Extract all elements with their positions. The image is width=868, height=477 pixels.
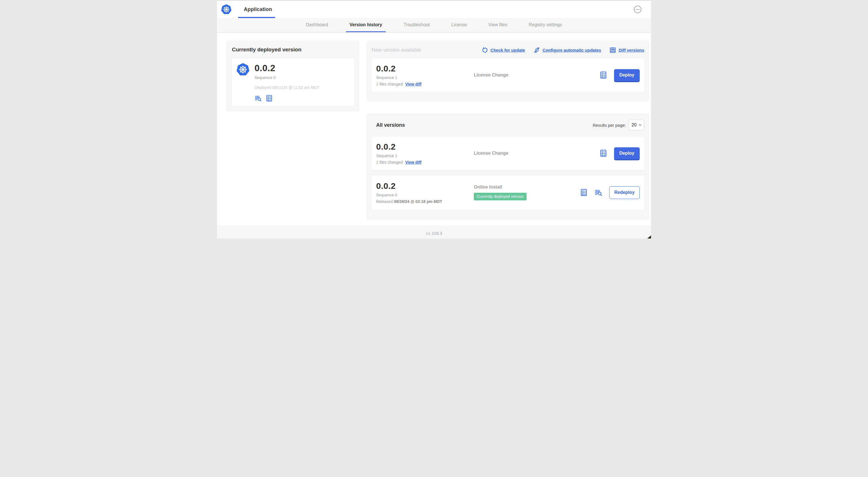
released-timestamp: Released 08/29/24 @ 03:18 pm MDT	[376, 199, 473, 204]
results-per-page: Results per page: 20	[593, 120, 644, 130]
version-info: 0.0.2 Sequence 0 Released 08/29/24 @ 03:…	[376, 181, 473, 204]
tab-version-history[interactable]: Version history	[346, 18, 386, 32]
current-version-info: 0.0.2 Sequence 0 Deployed 09/11/24 @ 11:…	[254, 62, 319, 102]
tab-view-files[interactable]: View files	[485, 18, 511, 32]
version-source-label: License Change	[474, 151, 508, 155]
results-per-page-select[interactable]: 20	[628, 120, 644, 130]
deploy-button[interactable]: Deploy	[614, 147, 640, 159]
version-row: 0.0.2 Sequence 0 Released 08/29/24 @ 03:…	[372, 176, 644, 209]
new-version-section: New version available Check for update	[367, 40, 649, 101]
redeploy-button[interactable]: Redeploy	[609, 186, 640, 199]
sequence-label: Sequence 0	[376, 193, 473, 197]
version-info: 0.0.2 Sequence 1 1 files changed View di…	[376, 64, 473, 87]
update-actions: Check for update Configure automatic upd…	[482, 47, 644, 53]
console-version: v1.109.3	[426, 231, 442, 239]
kubernetes-logo-icon	[236, 62, 250, 77]
sequence-label: Sequence 1	[376, 153, 473, 158]
kubernetes-logo-icon	[221, 4, 232, 15]
version-source-label: Online Install	[474, 185, 502, 189]
preflight-checks-icon[interactable]	[580, 188, 588, 197]
diff-icon	[610, 47, 616, 53]
deployed-timestamp: Deployed 09/11/24 @ 11:02 am MDT	[254, 85, 319, 90]
page-footer: v1.109.3	[217, 225, 651, 239]
refresh-icon	[482, 47, 488, 53]
diff-versions-link[interactable]: Diff versions	[610, 47, 644, 53]
app-tab[interactable]: Application	[217, 1, 272, 18]
files-changed: 1 files changed View diff	[376, 82, 473, 86]
tab-registry-settings[interactable]: Registry settings	[525, 18, 565, 32]
check-for-update-link[interactable]: Check for update	[482, 47, 525, 53]
app-header: Application	[217, 1, 651, 18]
deploy-button[interactable]: Deploy	[614, 69, 640, 81]
left-column: Currently deployed version 0.0.2 Sequenc…	[226, 40, 360, 112]
chevron-down-icon	[639, 124, 642, 126]
kots-admin-console: Application Dashboard Version history Tr…	[217, 0, 651, 239]
tab-license[interactable]: License	[447, 18, 470, 32]
view-diff-link[interactable]: View diff	[405, 82, 421, 86]
version-status: License Change	[473, 72, 599, 78]
app-title: Application	[244, 6, 272, 12]
row-actions: Redeploy	[580, 186, 640, 199]
currently-deployed-badge: Currently deployed version	[474, 193, 527, 200]
version-status: License Change	[473, 151, 599, 156]
new-version-header: New version available Check for update	[372, 46, 644, 55]
all-versions-title: All versions	[372, 122, 405, 128]
more-options-button[interactable]	[634, 6, 642, 13]
schedule-update-icon	[534, 47, 540, 53]
new-version-title: New version available	[372, 47, 421, 53]
version-number: 0.0.2	[254, 63, 319, 73]
version-row: 0.0.2 Sequence 1 1 files changed View di…	[372, 137, 644, 170]
version-number: 0.0.2	[376, 142, 473, 152]
all-versions-header: All versions Results per page: 20	[372, 120, 644, 130]
view-diff-link[interactable]: View diff	[405, 160, 421, 165]
sequence-label: Sequence 1	[376, 76, 473, 80]
currently-deployed-title: Currently deployed version	[232, 47, 354, 53]
version-info: 0.0.2 Sequence 1 1 files changed View di…	[376, 142, 473, 165]
view-logs-icon[interactable]	[254, 94, 262, 102]
currently-deployed-card: Currently deployed version 0.0.2 Sequenc…	[226, 40, 360, 112]
files-changed: 1 files changed View diff	[376, 160, 473, 165]
row-actions: Deploy	[599, 69, 640, 81]
preflight-checks-icon[interactable]	[266, 94, 273, 102]
version-number: 0.0.2	[376, 181, 473, 191]
view-logs-icon[interactable]	[595, 188, 602, 197]
row-actions: Deploy	[599, 147, 640, 159]
version-source-label: License Change	[474, 72, 508, 77]
more-options-icon	[635, 7, 640, 12]
current-version-actions	[254, 94, 319, 102]
page-tabbar: Dashboard Version history Troubleshoot L…	[217, 18, 651, 32]
available-version-row: 0.0.2 Sequence 1 1 files changed View di…	[372, 58, 644, 92]
right-column: New version available Check for update	[367, 40, 649, 220]
main-content: Currently deployed version 0.0.2 Sequenc…	[217, 32, 651, 225]
tab-dashboard[interactable]: Dashboard	[302, 18, 332, 32]
current-version-panel: 0.0.2 Sequence 0 Deployed 09/11/24 @ 11:…	[232, 58, 354, 106]
active-app-indicator	[238, 17, 275, 18]
version-number: 0.0.2	[376, 64, 473, 74]
sequence-label: Sequence 0	[254, 76, 319, 80]
tab-troubleshoot[interactable]: Troubleshoot	[400, 18, 433, 32]
preflight-checks-icon[interactable]	[599, 71, 607, 79]
preflight-checks-icon[interactable]	[599, 149, 607, 157]
configure-automatic-updates-link[interactable]: Configure automatic updates	[534, 47, 601, 53]
version-status: Online Install Currently deployed versio…	[473, 185, 580, 200]
all-versions-section: All versions Results per page: 20 0.0.2 …	[367, 114, 649, 220]
results-per-page-label: Results per page:	[593, 123, 626, 127]
